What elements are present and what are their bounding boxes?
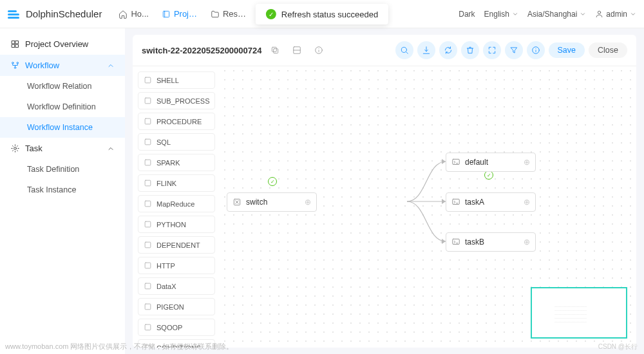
- node-label: taskB: [465, 238, 484, 247]
- node-more-icon[interactable]: ⊕: [524, 238, 530, 247]
- check-circle-icon: ✓: [266, 9, 276, 19]
- palette-label: SPARK: [156, 159, 180, 167]
- palette-label: DEPENDENT: [156, 241, 200, 249]
- svg-rect-21: [145, 139, 151, 145]
- svg-rect-4: [12, 41, 15, 44]
- task-type-icon: [144, 323, 152, 331]
- chevron-up-icon: [107, 62, 115, 70]
- sidebar-label: Workflow Definition: [27, 102, 96, 111]
- svg-rect-19: [145, 98, 151, 104]
- task-type-icon: [144, 241, 152, 249]
- palette-item[interactable]: DataX: [138, 277, 215, 295]
- node-label: default: [465, 158, 488, 167]
- sidebar-item[interactable]: Workflow Instance: [0, 117, 125, 138]
- palette-label: PYTHON: [156, 221, 186, 228]
- timezone-select[interactable]: Asia/Shanghai: [527, 10, 586, 19]
- sidebar-item[interactable]: Workflow: [0, 55, 125, 76]
- workflow-name: switch-22-20220525200000724: [142, 46, 261, 55]
- palette-label: SQL: [156, 138, 171, 146]
- nav-project[interactable]: Proje...: [156, 5, 203, 23]
- task-icon: [10, 144, 20, 153]
- svg-rect-38: [453, 199, 460, 204]
- logo-icon: [8, 8, 22, 20]
- sidebar-item[interactable]: Task: [0, 138, 125, 159]
- info-icon[interactable]: [310, 42, 327, 59]
- download-button[interactable]: [417, 41, 435, 59]
- task-palette: SHELLSUB_PROCESSPROCEDURESQLSPARKFLINKMa…: [133, 66, 220, 348]
- svg-rect-0: [163, 11, 169, 17]
- svg-rect-13: [272, 47, 277, 51]
- save-button[interactable]: Save: [549, 42, 585, 58]
- svg-rect-27: [145, 263, 151, 268]
- workflow-canvas[interactable]: ✓ ✓ switch ⊕ default ⊕: [220, 66, 636, 348]
- palette-label: SUB_PROCESS: [156, 97, 210, 105]
- fullscreen-button[interactable]: [483, 41, 501, 59]
- chevron-down-icon: [512, 11, 518, 17]
- header-right: Dark English Asia/Shanghai admin: [459, 10, 636, 19]
- palette-label: HTTP: [156, 262, 175, 270]
- palette-item[interactable]: SUB_PROCESS: [138, 92, 215, 109]
- task-type-icon: [144, 282, 152, 290]
- sidebar-item[interactable]: Task Instance: [0, 180, 125, 200]
- footer-disclaimer: www.toymoban.com 网络图片仅供展示，不存储，如有侵权请联系删除。: [5, 342, 233, 351]
- palette-label: PIGEON: [156, 303, 184, 311]
- nav-label: Proje...: [174, 9, 198, 19]
- brand-logo: DolphinScheduler: [8, 8, 102, 20]
- shell-icon: [451, 158, 460, 167]
- node-label: switch: [246, 198, 267, 207]
- chevron-up-icon: [107, 145, 115, 153]
- palette-item[interactable]: SQOOP: [138, 319, 215, 336]
- sidebar-item[interactable]: Workflow Definition: [0, 97, 125, 117]
- minimap[interactable]: [531, 287, 627, 339]
- palette-item[interactable]: MapReduce: [138, 195, 215, 212]
- node-more-icon[interactable]: ⊕: [305, 198, 311, 207]
- close-button[interactable]: Close: [589, 42, 627, 58]
- top-header: DolphinScheduler Ho...Proje...Resourc...…: [0, 0, 644, 28]
- lang-select[interactable]: English: [484, 10, 518, 19]
- svg-rect-23: [145, 180, 151, 186]
- palette-item[interactable]: PYTHON: [138, 216, 215, 233]
- theme-toggle[interactable]: Dark: [459, 10, 475, 19]
- footer-attribution: CSDN @长行: [598, 342, 638, 351]
- workflow-icon: [10, 61, 20, 70]
- palette-item[interactable]: PIGEON: [138, 298, 215, 315]
- palette-label: SHELL: [156, 77, 179, 84]
- svg-rect-12: [274, 49, 278, 53]
- sidebar-item[interactable]: Task Definition: [0, 159, 125, 180]
- node-more-icon[interactable]: ⊕: [524, 158, 530, 167]
- node-label: taskA: [465, 198, 484, 207]
- node-taska[interactable]: taskA ⊕: [446, 192, 536, 212]
- delete-button[interactable]: [461, 41, 479, 59]
- node-more-icon[interactable]: ⊕: [524, 198, 530, 207]
- task-type-icon: [144, 117, 152, 126]
- palette-item[interactable]: HTTP: [138, 257, 215, 274]
- switch-icon: [232, 198, 242, 207]
- node-taskb[interactable]: taskB ⊕: [446, 232, 536, 252]
- palette-item[interactable]: SHELL: [138, 71, 215, 89]
- nav-folder[interactable]: Resourc...: [205, 5, 252, 23]
- help-button[interactable]: [527, 41, 545, 59]
- nav-home[interactable]: Ho...: [113, 5, 153, 23]
- palette-item[interactable]: SPARK: [138, 154, 215, 171]
- format-icon[interactable]: [289, 42, 305, 59]
- copy-icon[interactable]: [267, 42, 283, 59]
- sidebar-label: Workflow: [25, 61, 59, 70]
- node-switch[interactable]: switch ⊕: [227, 192, 317, 212]
- refresh-button[interactable]: [439, 41, 457, 59]
- svg-rect-26: [145, 242, 151, 248]
- sidebar-item[interactable]: Project Overview: [0, 33, 125, 55]
- svg-point-11: [14, 147, 17, 150]
- search-button[interactable]: [395, 41, 413, 59]
- task-type-icon: [144, 179, 152, 187]
- user-menu[interactable]: admin: [595, 10, 636, 19]
- palette-item[interactable]: SQL: [138, 133, 215, 151]
- palette-label: FLINK: [156, 180, 176, 187]
- sidebar-label: Task Definition: [27, 165, 79, 174]
- palette-item[interactable]: DEPENDENT: [138, 236, 215, 254]
- palette-item[interactable]: FLINK: [138, 174, 215, 192]
- sidebar-item[interactable]: Workflow Relation: [0, 76, 125, 97]
- filter-button[interactable]: [505, 41, 523, 59]
- node-default[interactable]: default ⊕: [446, 153, 536, 172]
- user-icon: [595, 10, 603, 18]
- palette-item[interactable]: PROCEDURE: [138, 113, 215, 130]
